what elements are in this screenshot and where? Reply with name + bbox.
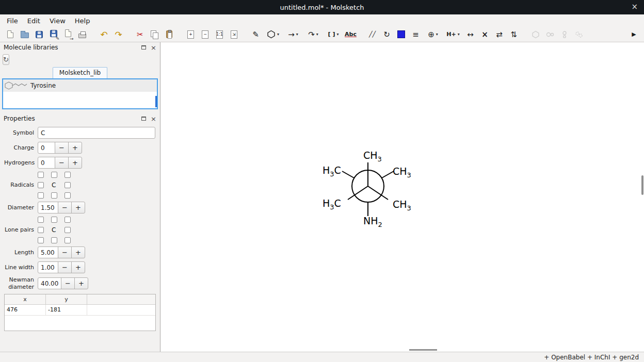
radical-checkbox[interactable] bbox=[51, 192, 57, 199]
coord-cell-y[interactable]: -181 bbox=[46, 305, 87, 315]
reaction-arrow-button[interactable]: →▾ bbox=[283, 28, 303, 41]
menu-file[interactable]: File bbox=[2, 16, 23, 26]
length-increment-button[interactable]: + bbox=[71, 246, 85, 258]
hydrogens-decrement-button[interactable]: − bbox=[55, 157, 69, 169]
line-width-input[interactable] bbox=[38, 261, 58, 273]
radical-checkbox[interactable] bbox=[65, 172, 71, 178]
tab-molsketch-lib[interactable]: Molsketch_lib bbox=[53, 67, 107, 78]
hatch-tool-button[interactable]: ╱╱ bbox=[365, 28, 379, 41]
rotate-tool-button[interactable]: ↻ bbox=[380, 28, 394, 41]
zoom-out-icon: − bbox=[202, 30, 208, 39]
chevron-down-icon: ▾ bbox=[316, 32, 318, 37]
hydrogens-increment-button[interactable]: + bbox=[68, 157, 82, 169]
print-icon bbox=[78, 34, 86, 38]
lone-pair-checkbox[interactable] bbox=[38, 237, 44, 243]
charge-tool-button[interactable]: ⊕▾ bbox=[423, 28, 443, 41]
line-width-decrement-button[interactable]: − bbox=[58, 261, 72, 273]
zoom-out-button[interactable]: − bbox=[198, 28, 212, 41]
line-width-button[interactable]: ≡ bbox=[409, 28, 423, 41]
lone-pair-checkbox[interactable] bbox=[38, 217, 44, 223]
radical-checkbox[interactable] bbox=[65, 192, 71, 199]
diameter-input[interactable] bbox=[38, 202, 58, 213]
charge-decrement-button[interactable]: − bbox=[55, 142, 69, 154]
paste-button[interactable] bbox=[162, 28, 176, 41]
coord-header-x[interactable]: x bbox=[5, 294, 46, 304]
lone-pair-checkbox[interactable] bbox=[51, 217, 57, 223]
copy-button[interactable] bbox=[148, 28, 162, 41]
hydrogen-tool-button[interactable]: H+▾ bbox=[443, 28, 463, 41]
radical-checkbox[interactable] bbox=[38, 182, 44, 188]
horizontal-scrollbar[interactable] bbox=[409, 349, 437, 351]
close-panel-icon[interactable]: × bbox=[151, 116, 156, 122]
bracket-tool-button[interactable]: [ ]▾ bbox=[324, 28, 343, 41]
diameter-decrement-button[interactable]: − bbox=[58, 202, 72, 213]
vertical-scrollbar[interactable] bbox=[641, 175, 643, 195]
charge-increment-button[interactable]: + bbox=[68, 142, 82, 154]
newman-diameter-decrement-button[interactable]: − bbox=[61, 277, 75, 289]
atom-label-bottom[interactable]: NH2 bbox=[363, 215, 382, 228]
radical-checkbox[interactable] bbox=[65, 182, 71, 188]
newman-projection-drawing[interactable]: CH3 H3C CH3 H3C CH3 NH2 bbox=[160, 42, 643, 352]
charge-input[interactable] bbox=[38, 142, 55, 154]
close-window-icon[interactable]: × bbox=[631, 2, 638, 11]
length-decrement-button[interactable]: − bbox=[58, 246, 72, 258]
coord-cell-x[interactable]: 476 bbox=[5, 305, 46, 315]
color-picker-button[interactable] bbox=[394, 28, 408, 41]
redo-button[interactable]: ↷ bbox=[111, 28, 125, 41]
drawing-canvas[interactable]: CH3 H3C CH3 H3C CH3 NH2 bbox=[160, 42, 644, 352]
library-list[interactable]: Tyrosine bbox=[2, 78, 158, 109]
menu-help[interactable]: Help bbox=[70, 16, 95, 26]
zoom-fit-button[interactable]: ⇲ bbox=[227, 28, 241, 41]
toolbar-overflow-button[interactable]: ▶ bbox=[627, 28, 641, 41]
lone-pair-checkbox[interactable] bbox=[65, 237, 71, 243]
lone-pair-checkbox[interactable] bbox=[65, 227, 71, 233]
atom-label-lower-right[interactable]: CH3 bbox=[393, 199, 411, 212]
radical-checkbox[interactable] bbox=[38, 192, 44, 199]
length-input[interactable] bbox=[38, 246, 58, 258]
delete-tool-button[interactable]: × bbox=[478, 28, 492, 41]
text-tool-button[interactable]: Abc bbox=[344, 28, 358, 41]
coord-header-y[interactable]: y bbox=[46, 294, 87, 304]
close-panel-icon[interactable]: × bbox=[151, 44, 156, 51]
atom-label-lower-left[interactable]: H3C bbox=[323, 198, 341, 211]
cut-button[interactable]: ✂ bbox=[133, 28, 147, 41]
undo-button[interactable]: ↶ bbox=[97, 28, 111, 41]
lone-pair-checkbox[interactable] bbox=[51, 237, 57, 243]
atom-label-top[interactable]: CH3 bbox=[363, 150, 382, 163]
ring-template-button bbox=[528, 28, 542, 41]
radical-checkbox[interactable] bbox=[51, 172, 57, 178]
atom-label-upper-right[interactable]: CH3 bbox=[393, 166, 411, 179]
ring-tool-button[interactable]: ▾ bbox=[263, 28, 283, 41]
flip-vertical-button[interactable]: ⇅ bbox=[507, 28, 521, 41]
refresh-libraries-button[interactable]: ↻ bbox=[3, 54, 9, 65]
newman-bonds[interactable] bbox=[342, 162, 394, 216]
lone-pair-checkbox[interactable] bbox=[38, 227, 44, 233]
undock-panel-icon[interactable] bbox=[141, 117, 146, 121]
draw-tool-button[interactable]: ✎ bbox=[249, 28, 263, 41]
export-button[interactable]: → bbox=[61, 28, 75, 41]
mechanism-arrow-button[interactable]: ↷▾ bbox=[303, 28, 323, 41]
lone-pair-checkbox[interactable] bbox=[65, 217, 71, 223]
library-item-tyrosine[interactable]: Tyrosine bbox=[3, 79, 157, 92]
undock-panel-icon[interactable] bbox=[141, 45, 146, 50]
line-width-increment-button[interactable]: + bbox=[71, 261, 85, 273]
library-list-scrollbar[interactable] bbox=[155, 96, 157, 107]
save-as-button[interactable]: ✎ bbox=[46, 28, 60, 41]
symbol-input[interactable] bbox=[38, 127, 155, 139]
menu-edit[interactable]: Edit bbox=[23, 16, 45, 26]
menu-view[interactable]: View bbox=[45, 16, 70, 26]
zoom-original-button[interactable]: 1:1 bbox=[213, 28, 227, 41]
atom-label-upper-left[interactable]: H3C bbox=[323, 164, 341, 178]
new-button[interactable] bbox=[3, 28, 17, 41]
hydrogens-input[interactable] bbox=[38, 157, 55, 169]
flip-horizontal-button[interactable]: ⇄ bbox=[492, 28, 506, 41]
open-button[interactable] bbox=[18, 28, 31, 41]
newman-diameter-increment-button[interactable]: + bbox=[74, 277, 88, 289]
newman-diameter-input[interactable] bbox=[38, 277, 61, 289]
diameter-increment-button[interactable]: + bbox=[71, 202, 85, 213]
zoom-in-button[interactable]: + bbox=[184, 28, 198, 41]
save-button[interactable] bbox=[32, 28, 46, 41]
print-button[interactable] bbox=[75, 28, 89, 41]
radical-checkbox[interactable] bbox=[38, 172, 44, 178]
connect-tool-button[interactable]: ↔ bbox=[463, 28, 477, 41]
